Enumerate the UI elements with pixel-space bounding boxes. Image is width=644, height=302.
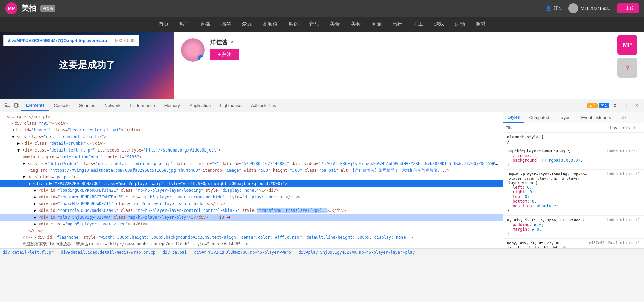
browser-toolbar: MP 美拍 网页版 👤 好友 M182824893... ↑ 上传 bbox=[0, 0, 644, 17]
dom-line-highlighted[interactable]: ▶ <div id="playTShjBOVIgy4JZYVK" class="… bbox=[0, 214, 503, 221]
dom-line[interactable]: ▶ <div id="control9O5QcVDmd4KCaa4K" clas… bbox=[0, 207, 503, 214]
nav-dance[interactable]: 舞蹈 bbox=[288, 21, 299, 27]
dom-line[interactable]: ▶ <div class="mp-h5-player-layer-video">… bbox=[0, 221, 503, 227]
css-rule-selector: element.style { bbox=[507, 135, 640, 139]
breadcrumb-item-1[interactable]: div.detail-left.fl.pr bbox=[3, 250, 54, 255]
dom-line[interactable]: <div id="header" class="header center pf… bbox=[0, 127, 503, 133]
app-download-icon[interactable]: MP bbox=[617, 35, 637, 55]
tab-performance[interactable]: Performance bbox=[125, 100, 159, 111]
svg-rect-3 bbox=[15, 103, 17, 107]
dom-line[interactable]: <script> </script> bbox=[0, 113, 503, 120]
css-rule-close: } bbox=[507, 232, 640, 236]
dom-line[interactable]: ▼ <div class="detail-content clearfix"> bbox=[0, 133, 503, 140]
user-avatar-area[interactable]: M182824893... bbox=[568, 3, 611, 13]
dom-line[interactable]: ▼ <div class="pa pai"> bbox=[0, 174, 503, 180]
expand-styles-button[interactable]: ⊞ bbox=[639, 125, 641, 131]
dom-line[interactable]: ▶ <div id="loadingCxDVKbRXFEf3ln21" clas… bbox=[0, 187, 503, 194]
dom-line[interactable]: 您还没有安装flash播放器, 请点击<a href="http://www.a… bbox=[0, 241, 503, 247]
profile-section: ✓ 洋佳酱 ♀ + 关注 bbox=[174, 32, 610, 99]
profile-info: 洋佳酱 ♀ + 关注 bbox=[210, 38, 239, 60]
nav-home[interactable]: 首页 bbox=[159, 21, 169, 27]
styles-filter-input[interactable] bbox=[506, 126, 605, 130]
close-devtools-button[interactable]: ✕ bbox=[632, 101, 641, 110]
css-rule-close: } bbox=[507, 208, 640, 213]
dom-line[interactable]: ▼ <div id="detailVideo" class="detail de… bbox=[0, 160, 503, 167]
page-content: div#MPPJV2R2H0lBhMz7QO.mp-h5-player-warp… bbox=[0, 32, 644, 99]
tab-adblock[interactable]: Adblock Plus bbox=[246, 100, 281, 111]
dom-line[interactable]: ▶ <div id="recommendDNDjRBC3FvM7Rmi0" cl… bbox=[0, 194, 503, 200]
tab-network[interactable]: Network bbox=[100, 100, 125, 111]
dom-line[interactable]: ▶ <div class="detail-crumbs">…</div> bbox=[0, 140, 503, 147]
dom-line[interactable]: ▼ <div class="detail-left fl pr" itemsco… bbox=[0, 147, 503, 154]
css-rule-selector-row: .mp-h5-player-layer-loading, .mp-h5- ind… bbox=[507, 172, 640, 176]
warning-badge: ▲ 2 bbox=[587, 103, 598, 108]
device-toolbar-button[interactable] bbox=[12, 101, 21, 110]
nav-sport[interactable]: 运动 bbox=[455, 21, 465, 27]
dom-line[interactable]: <!-- <div id="flashNone" style="width: 5… bbox=[0, 234, 503, 241]
svg-rect-0 bbox=[5, 103, 7, 105]
breadcrumb-item-4[interactable]: div#MPPJV2R2H0lBhMz7QO.mp-h5-player-warp bbox=[194, 250, 291, 255]
site-name: 美拍 bbox=[21, 3, 36, 13]
bc-sep bbox=[189, 250, 192, 255]
styles-tabs: Styles Computed Layout Event Listeners >… bbox=[503, 112, 644, 123]
dom-line[interactable]: <div class="h95"></div> bbox=[0, 120, 503, 127]
tab-sources[interactable]: Sources bbox=[74, 100, 100, 111]
tab-elements[interactable]: Elements bbox=[21, 100, 49, 111]
more-options-button[interactable]: ⋮ bbox=[621, 101, 631, 110]
upload-button[interactable]: ↑ 上传 bbox=[617, 3, 639, 13]
dom-line[interactable]: ▶ <div id="shareMJzdW9Ru9eWDFZTl" class=… bbox=[0, 200, 503, 207]
cls-filter-label[interactable]: .cls bbox=[620, 126, 630, 130]
red-arrow-icon: ➜ bbox=[227, 214, 231, 220]
app-icons-area: MP ❓ bbox=[610, 32, 644, 99]
dom-line[interactable]: <meta itemprop="interactionCount" conten… bbox=[0, 154, 503, 160]
styles-filter-bar: :hov .cls + ⊞ bbox=[503, 123, 644, 133]
dom-line[interactable]: </div> bbox=[0, 227, 503, 234]
nav-craft[interactable]: 手工 bbox=[413, 21, 423, 27]
color-swatch[interactable] bbox=[542, 159, 546, 162]
devtools-toolbar: Elements Console Sources Network Perform… bbox=[0, 99, 644, 112]
dom-line-selected[interactable]: ▼ <div id="MPPJV2R2H0lBhMz7QO" class="mp… bbox=[0, 180, 503, 187]
nav-food[interactable]: 美食 bbox=[330, 21, 340, 27]
nav-hot[interactable]: 热门 bbox=[179, 21, 190, 27]
breadcrumb-item-2[interactable]: div#detailVideo.detail-media-wrap.pr.cp bbox=[61, 250, 155, 255]
styles-tab-more[interactable]: >> bbox=[616, 112, 630, 123]
styles-tab-computed[interactable]: Computed bbox=[524, 112, 554, 123]
pseudo-filter-label[interactable]: :hov bbox=[608, 126, 618, 130]
breadcrumb-item-5[interactable]: div#playTShjBOVIgy4JZYVK.mp-h5-player-la… bbox=[299, 250, 415, 255]
nav-music[interactable]: 音乐 bbox=[309, 21, 319, 27]
styles-tab-layout[interactable]: Layout bbox=[554, 112, 576, 123]
dom-panel[interactable]: <script> </script> <div class="h95"></di… bbox=[0, 112, 503, 248]
friends-label: 好友 bbox=[553, 5, 563, 11]
css-property-position: position: absolute; bbox=[507, 204, 640, 208]
nav-funny[interactable]: 搞笑 bbox=[221, 21, 231, 27]
profile-name: 洋佳酱 ♀ bbox=[210, 38, 239, 46]
css-rule-body-elements: body, div, dl, dt, dd, ul, e437c42cd3e…1… bbox=[503, 239, 644, 248]
inspect-element-button[interactable] bbox=[3, 101, 12, 110]
nav-pet[interactable]: 萌宠 bbox=[372, 21, 382, 27]
tab-memory[interactable]: Memory bbox=[160, 100, 185, 111]
css-rule-close: } bbox=[507, 163, 640, 167]
tooltip-element-name: div#MPPJV2R2H0lBhMz7QO.mp-h5-player-warp bbox=[8, 38, 107, 43]
tab-lighthouse[interactable]: Lighthouse bbox=[215, 100, 246, 111]
styles-tab-styles[interactable]: Styles bbox=[503, 112, 524, 123]
nav-travel[interactable]: 旅行 bbox=[392, 21, 402, 27]
css-property-background: background: rgba(0,0,0,0); bbox=[507, 158, 640, 163]
nav-game[interactable]: 游戏 bbox=[434, 21, 444, 27]
breadcrumb-item-3[interactable]: div.pa.pai bbox=[163, 250, 187, 255]
add-style-button[interactable]: + bbox=[633, 125, 636, 131]
tab-console[interactable]: Console bbox=[49, 100, 74, 111]
dom-line[interactable]: <img src="https://mvimg10.meitudata.com/… bbox=[0, 167, 503, 174]
nav-makeup[interactable]: 美妆 bbox=[351, 21, 361, 27]
settings-button[interactable]: ⚙ bbox=[610, 101, 620, 110]
bc-sep bbox=[293, 250, 296, 255]
user-friends[interactable]: 👤 好友 bbox=[546, 5, 563, 11]
css-rule-element-style: element.style { } bbox=[503, 133, 644, 146]
nav-live[interactable]: 直播 bbox=[200, 21, 210, 27]
follow-button[interactable]: + 关注 bbox=[210, 49, 239, 60]
tab-application[interactable]: Application bbox=[185, 100, 216, 111]
help-icon-box[interactable]: ❓ bbox=[617, 58, 637, 78]
nav-idol[interactable]: 爱豆 bbox=[242, 21, 252, 27]
styles-tab-event-listeners[interactable]: Event Listeners bbox=[576, 112, 616, 123]
nav-fashion[interactable]: 穿秀 bbox=[476, 21, 486, 27]
nav-beauty[interactable]: 高颜值 bbox=[263, 21, 278, 27]
